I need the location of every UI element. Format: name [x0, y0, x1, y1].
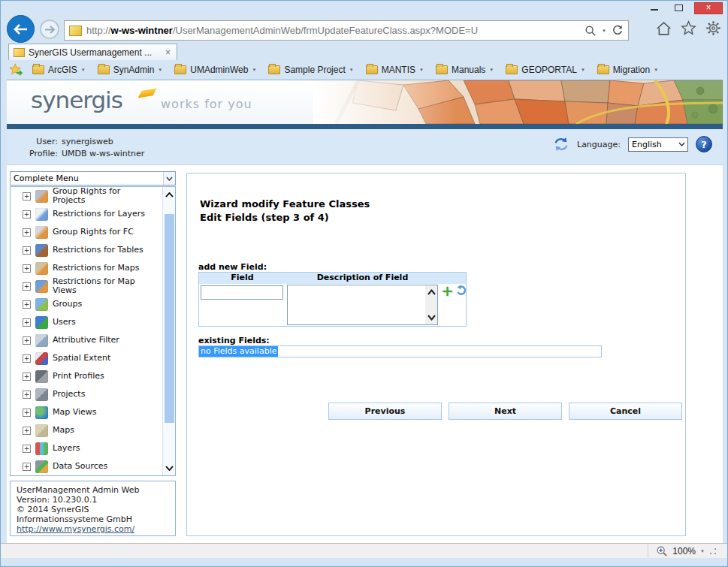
expand-icon[interactable]: + [23, 282, 31, 291]
favorite-manuals[interactable]: Manuals▼ [433, 63, 500, 77]
field-description-textarea[interactable] [287, 285, 438, 325]
sidebar-item-print-profiles[interactable]: +Print Profiles [11, 367, 162, 385]
sidebar-item-restrictions-for-map-views[interactable]: +Restrictions for Map Views [11, 277, 162, 295]
favorite-sample-project[interactable]: Sample Project▼ [265, 63, 359, 77]
sidebar-item-restrictions-for-tables[interactable]: +Restrictions for Tables [11, 241, 162, 259]
folder-icon [366, 65, 378, 74]
sidebar-item-groups[interactable]: +Groups [11, 295, 162, 313]
zoom-level: 100% [672, 546, 696, 556]
sidebar-item-attributive-filter[interactable]: +Attributive Filter [11, 331, 162, 349]
search-icon[interactable] [585, 25, 597, 37]
sidebar-item-label: Attributive Filter [53, 336, 152, 345]
settings-gear-icon[interactable] [705, 20, 721, 36]
home-icon[interactable] [656, 21, 672, 36]
add-favorite-icon[interactable] [8, 63, 23, 77]
tab-close-icon[interactable]: × [164, 47, 172, 58]
expand-icon[interactable]: + [23, 463, 31, 471]
app-header: User: synergisweb Profile: UMDB w-ws-win… [7, 129, 723, 165]
help-button[interactable]: ? [696, 136, 712, 152]
sidebar-item-maps[interactable]: +Maps [11, 421, 162, 439]
expand-icon[interactable]: + [23, 336, 31, 345]
expand-icon[interactable]: + [23, 300, 31, 309]
sidebar-item-label: Data Sources [53, 462, 152, 471]
previous-button[interactable]: Previous [328, 403, 442, 420]
expand-icon[interactable]: + [23, 445, 31, 453]
sidebar-item-restrictions-for-maps[interactable]: +Restrictions for Maps [11, 259, 162, 277]
sidebar-item-data-sources[interactable]: +Data Sources [11, 457, 162, 475]
forward-button[interactable] [40, 20, 59, 39]
scroll-up-icon[interactable] [425, 287, 437, 297]
sidebar-item-label: Restrictions for Layers [53, 210, 152, 219]
cancel-button[interactable]: Cancel [569, 403, 682, 420]
url-scheme: http:// [86, 25, 111, 36]
favorite-umadminweb[interactable]: UMAdminWeb▼ [171, 63, 262, 77]
expand-icon[interactable]: + [23, 391, 31, 399]
expand-icon[interactable]: + [23, 318, 31, 327]
favorite-mantis[interactable]: MANTIS▼ [363, 63, 430, 77]
undo-icon[interactable] [455, 285, 467, 297]
favorite-geoportal[interactable]: GEOPORTAL▼ [503, 63, 591, 77]
expand-icon[interactable]: + [23, 228, 31, 237]
next-button[interactable]: Next [449, 403, 562, 420]
listbox-selected-item[interactable]: no Fields available [199, 346, 278, 357]
sidebar-item-restrictions-for-layers[interactable]: +Restrictions for Layers [11, 205, 162, 223]
tab-synergis-usermanagement[interactable]: SynerGIS Usermanagement ... × [8, 44, 177, 60]
expand-icon[interactable]: + [23, 246, 31, 255]
expand-icon[interactable]: + [23, 210, 31, 219]
resize-grip[interactable] [709, 547, 717, 555]
folder-icon [597, 65, 609, 74]
refresh-language-icon[interactable] [553, 137, 569, 152]
zoom-control[interactable]: 100% ▼ [648, 544, 727, 558]
favorites-star-icon[interactable] [681, 20, 696, 36]
scroll-down-icon[interactable] [425, 312, 437, 323]
sidebar-item-spatial-extent[interactable]: +Spatial Extent [11, 349, 162, 367]
expand-icon[interactable]: + [23, 372, 31, 381]
scroll-up-icon[interactable] [163, 188, 176, 201]
address-bar-input[interactable]: http://w-ws-wintner/UserManagementAdminW… [64, 20, 629, 41]
add-field-button[interactable]: + [441, 285, 454, 297]
favorite-migration[interactable]: Migration▼ [594, 63, 664, 77]
language-select[interactable]: English [628, 137, 688, 152]
menu-filter-select[interactable]: Complete Menu [10, 171, 176, 185]
title-bar[interactable]: × [1, 1, 727, 14]
user-value: synergisweb [62, 137, 144, 146]
textarea-scrollbar[interactable] [425, 285, 437, 324]
expand-icon[interactable]: + [23, 409, 31, 417]
about-company: Informationssysteme GmbH [17, 514, 175, 524]
scroll-down-icon[interactable] [163, 462, 176, 474]
sidebar-item-users[interactable]: +Users [11, 313, 162, 331]
sidebar-item-label: Groups [53, 300, 152, 309]
favorite-label: GEOPORTAL [521, 65, 577, 75]
url-host: w-ws-wintner [111, 25, 173, 36]
minimize-button[interactable] [646, 2, 663, 13]
sidebar-item-layers[interactable]: +Layers [11, 439, 162, 457]
expand-icon[interactable]: + [23, 427, 31, 435]
sidebar-item-group-rights-for-fc[interactable]: +Group Rights for FC [11, 223, 162, 241]
scissors-icon [35, 352, 48, 365]
expand-icon[interactable]: + [23, 354, 31, 363]
sidebar-scrollbar[interactable] [162, 187, 175, 475]
about-link[interactable]: http://www.mysynergis.com/ [17, 524, 134, 534]
zoom-caret-icon[interactable]: ▼ [700, 549, 705, 553]
sidebar-item-label: Restrictions for Maps [53, 264, 152, 273]
menu-filter-value: Complete Menu [11, 173, 163, 183]
scrollbar-thumb[interactable] [165, 214, 174, 423]
favorite-synadmin[interactable]: SynAdmin▼ [95, 63, 169, 77]
tab-favicon [14, 48, 25, 57]
back-button[interactable] [7, 15, 35, 43]
chevron-down-icon: ▼ [654, 68, 658, 72]
refresh-icon[interactable] [612, 25, 624, 37]
field-name-input[interactable] [201, 285, 283, 300]
existing-fields-listbox[interactable]: no Fields available [198, 345, 602, 357]
sidebar-item-map-views[interactable]: +Map Views [11, 403, 162, 421]
favorite-label: Migration [613, 65, 650, 75]
search-caret-icon[interactable]: ▼ [602, 29, 606, 33]
user-book-icon [35, 316, 48, 329]
expand-icon[interactable]: + [23, 264, 31, 273]
favorite-arcgis[interactable]: ArcGIS▼ [29, 63, 92, 77]
maximize-button[interactable] [670, 2, 687, 13]
sidebar-item-group-rights-for-projects[interactable]: +Group Rights for Projects [11, 187, 162, 205]
expand-icon[interactable]: + [23, 192, 31, 201]
close-button[interactable]: × [694, 2, 723, 14]
sidebar-item-projects[interactable]: +Projects [11, 385, 162, 403]
